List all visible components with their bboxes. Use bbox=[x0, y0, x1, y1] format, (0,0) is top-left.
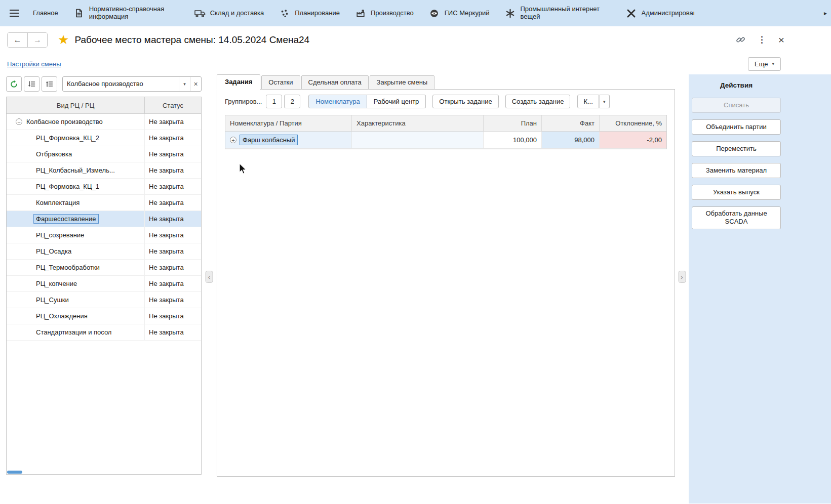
combobox-dropdown-icon[interactable]: ▾ bbox=[179, 77, 190, 91]
open-task-button[interactable]: Открыть задание bbox=[432, 95, 498, 108]
menu-overflow-icon[interactable]: ▸ bbox=[824, 10, 827, 17]
collapse-right-panel-button[interactable]: › bbox=[678, 271, 686, 283]
column-header-nomenclature[interactable]: Номенклатура / Партия bbox=[225, 115, 352, 131]
truck-icon bbox=[194, 8, 206, 19]
action-button[interactable]: Обработать данные SCADA bbox=[692, 206, 781, 229]
grouping-label: Группиров... bbox=[225, 98, 262, 105]
menu-item-label: Промышленный интернет вещей bbox=[521, 6, 611, 21]
close-icon[interactable]: × bbox=[778, 34, 784, 46]
work-center-name: Стандартизация и посол bbox=[36, 328, 111, 336]
menu-item-reference-info[interactable]: Нормативно-справочная информация bbox=[66, 4, 187, 23]
task-nomenclature: Фарш колбасный bbox=[240, 135, 297, 145]
work-center-row[interactable]: РЦ_ОсадкаНе закрыта bbox=[7, 243, 201, 260]
menu-item-main[interactable]: Главное bbox=[25, 8, 66, 19]
work-center-row[interactable]: РЦ_СушкиНе закрыта bbox=[7, 292, 201, 308]
get-link-icon[interactable] bbox=[736, 35, 745, 45]
tasks-tab-pane: Группиров... 1 2 Номенклатура Рабочий це… bbox=[217, 89, 675, 477]
collapse-icon[interactable]: − bbox=[16, 118, 22, 125]
refresh-button[interactable] bbox=[6, 76, 22, 92]
work-center-row[interactable]: Стандартизация и посолНе закрыта bbox=[7, 324, 201, 341]
work-center-row[interactable]: РЦ_Формовка_КЦ_1Не закрыта bbox=[7, 179, 201, 195]
work-center-row[interactable]: ФаршесоставлениеНе закрыта bbox=[7, 211, 201, 227]
work-center-row[interactable]: РЦ_Формовка_КЦ_2Не закрыта bbox=[7, 130, 201, 146]
work-center-status: Не закрыта bbox=[145, 292, 201, 308]
toggle-nomenclature[interactable]: Номенклатура bbox=[308, 95, 367, 108]
expand-all-button[interactable] bbox=[24, 76, 39, 92]
favorite-star-icon[interactable]: ★ bbox=[58, 33, 69, 46]
actions-panel-title: Действия bbox=[692, 81, 781, 89]
grouping-level-2-button[interactable]: 2 bbox=[284, 95, 300, 108]
expand-icon[interactable]: + bbox=[230, 137, 236, 143]
menu-item-planning[interactable]: Планирование bbox=[271, 6, 347, 21]
action-button[interactable]: Объединить партии bbox=[692, 119, 781, 135]
task-plan-value: 100,000 bbox=[484, 132, 542, 148]
action-button[interactable]: Заменить материал bbox=[692, 163, 781, 178]
work-center-row[interactable]: РЦ_ТермообработкиНе закрыта bbox=[7, 260, 201, 276]
work-center-row[interactable]: РЦ_Колбасный_Измель...Не закрыта bbox=[7, 162, 201, 179]
menu-item-production[interactable]: Производство bbox=[347, 6, 421, 21]
work-center-row[interactable]: КомплектацияНе закрыта bbox=[7, 195, 201, 211]
work-center-type-combobox[interactable]: Колбасное производство ▾ × bbox=[62, 76, 202, 92]
tasks-panel: Задания Остатки Сдельная оплата Закрытие… bbox=[217, 74, 675, 477]
sub-header: Настройки смены Еще ▾ bbox=[0, 53, 831, 74]
column-header-type[interactable]: Вид РЦ / РЦ bbox=[7, 97, 145, 113]
work-center-name: Колбасное производство bbox=[26, 118, 103, 125]
more-button[interactable]: Еще ▾ bbox=[748, 57, 781, 71]
column-header-deviation[interactable]: Отклонение, % bbox=[600, 115, 666, 131]
combobox-value: Колбасное производство bbox=[63, 77, 179, 91]
menu-item-warehouse[interactable]: Склад и доставка bbox=[187, 6, 272, 21]
more-menu-icon[interactable]: ⋮ bbox=[758, 34, 766, 45]
iot-asterisk-icon bbox=[505, 8, 516, 19]
work-center-name: РЦ_созревание bbox=[36, 231, 84, 239]
menu-item-label: Нормативно-справочная информация bbox=[89, 6, 179, 21]
work-center-row[interactable]: ОтбраковкаНе закрыта bbox=[7, 146, 201, 162]
tab-bar: Задания Остатки Сдельная оплата Закрытие… bbox=[217, 74, 675, 89]
tasks-table: Номенклатура / Партия Характеристика Пла… bbox=[225, 115, 667, 149]
actions-list: СписатьОбъединить партииПереместитьЗамен… bbox=[692, 98, 831, 229]
work-center-name: Отбраковка bbox=[36, 150, 72, 158]
shift-settings-link[interactable]: Настройки смены bbox=[7, 60, 61, 68]
mercury-globe-icon bbox=[429, 8, 440, 19]
tasks-table-header: Номенклатура / Партия Характеристика Пла… bbox=[225, 115, 666, 132]
grouping-level-1-button[interactable]: 1 bbox=[266, 95, 282, 108]
page-title: Рабочее место мастера смены: 14.05.2024 … bbox=[74, 34, 309, 46]
back-button[interactable]: ← bbox=[8, 33, 27, 47]
work-center-row[interactable]: −Колбасное производствоНе закрыта bbox=[7, 114, 201, 130]
work-center-row[interactable]: РЦ_созреваниеНе закрыта bbox=[7, 227, 201, 243]
work-center-table-header: Вид РЦ / РЦ Статус bbox=[7, 97, 201, 114]
menu-item-iiot[interactable]: Промышленный интернет вещей bbox=[497, 4, 618, 23]
task-deviation-value: -2,00 bbox=[600, 132, 666, 148]
column-header-plan[interactable]: План bbox=[484, 115, 542, 131]
work-center-status: Не закрыта bbox=[145, 146, 201, 162]
tab-piecework-pay[interactable]: Сдельная оплата bbox=[301, 75, 369, 90]
menu-item-label: Производство bbox=[371, 10, 414, 17]
task-row[interactable]: + Фарш колбасный 100,000 98,000 -2,00 bbox=[225, 132, 666, 149]
more-commands-button[interactable]: К... bbox=[577, 95, 599, 108]
chevron-down-icon[interactable]: ▾ bbox=[599, 95, 610, 108]
tab-shift-closing[interactable]: Закрытие смены bbox=[370, 75, 435, 90]
hamburger-menu-icon[interactable] bbox=[5, 5, 23, 22]
action-button[interactable]: Указать выпуск bbox=[692, 185, 781, 200]
menu-item-label: Планирование bbox=[295, 10, 340, 17]
combobox-clear-icon[interactable]: × bbox=[190, 77, 201, 91]
menu-item-label: ГИС Меркурий bbox=[445, 10, 490, 17]
forward-button[interactable]: → bbox=[27, 33, 47, 47]
action-button[interactable]: Переместить bbox=[692, 141, 781, 156]
horizontal-scrollbar-thumb[interactable] bbox=[7, 471, 22, 474]
tab-remainders[interactable]: Остатки bbox=[261, 75, 300, 90]
column-header-characteristic[interactable]: Характеристика bbox=[352, 115, 484, 131]
toggle-work-center[interactable]: Рабочий центр bbox=[367, 95, 426, 108]
collapse-all-button[interactable] bbox=[42, 76, 57, 92]
more-commands-split-button: К... ▾ bbox=[577, 95, 609, 108]
action-button[interactable]: Списать bbox=[692, 98, 781, 113]
work-center-row[interactable]: РЦ_копчениеНе закрыта bbox=[7, 276, 201, 292]
column-header-status[interactable]: Статус bbox=[145, 97, 201, 113]
work-center-status: Не закрыта bbox=[145, 324, 201, 340]
menu-item-mercury[interactable]: ГИС Меркурий bbox=[421, 6, 497, 21]
collapse-left-panel-button[interactable]: ‹ bbox=[206, 271, 213, 283]
create-task-button[interactable]: Создать задание bbox=[505, 95, 571, 108]
column-header-fact[interactable]: Факт bbox=[542, 115, 600, 131]
menu-item-administration[interactable]: Администрирование bbox=[618, 6, 702, 21]
work-center-row[interactable]: РЦ_ОхлажденияНе закрыта bbox=[7, 308, 201, 324]
tab-tasks[interactable]: Задания bbox=[217, 74, 260, 90]
